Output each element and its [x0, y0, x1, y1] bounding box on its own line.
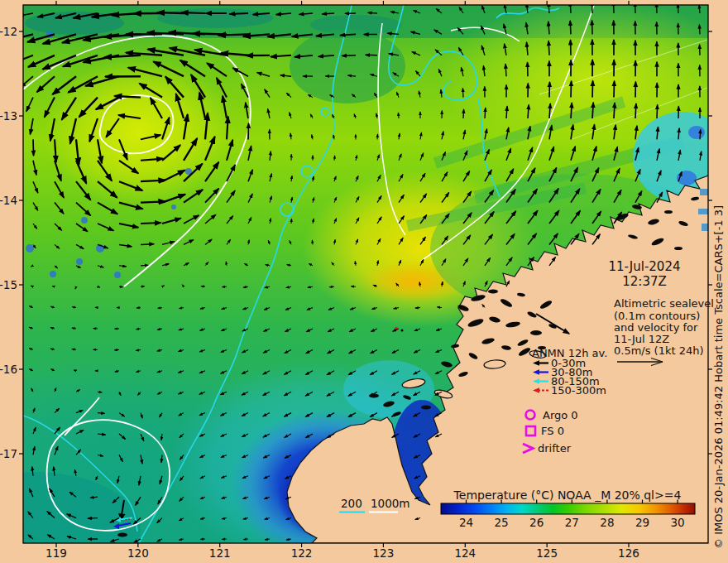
current-arrow — [158, 308, 162, 309]
islet — [530, 330, 542, 335]
current-arrow — [570, 21, 571, 34]
current-arrow — [398, 113, 399, 118]
x-tick-label: 119 — [46, 546, 67, 560]
current-arrow — [312, 240, 313, 244]
isobath-legend: 200 1000m — [339, 497, 410, 512]
current-arrow — [141, 244, 154, 245]
y-tick-label: -17 — [0, 447, 17, 460]
fs-label: FS 0 — [541, 425, 564, 437]
current-arrow — [157, 12, 184, 13]
current-arrow — [141, 180, 165, 182]
y-tick-label: -15 — [0, 278, 17, 291]
current-arrow — [505, 64, 506, 76]
colorbar-tick-label: 26 — [529, 516, 544, 529]
alti-line-1: Altimetric sealevel — [614, 297, 714, 310]
current-arrow — [329, 286, 334, 287]
current-arrow — [614, 81, 615, 98]
colorbar-tick-label: 25 — [495, 516, 509, 529]
imos-ocean-current-map: 119120121122123124125126-12-13-14-15-16-… — [0, 0, 728, 563]
colorbar-title: Temperature (°C) NOAA _M 20% ql>=4 — [453, 488, 682, 502]
islet — [117, 533, 127, 537]
current-arrow — [614, 103, 615, 118]
isobath-1000-label: 1000m — [371, 497, 410, 510]
colorbar-tick-label: 30 — [671, 516, 685, 529]
colorbar-tick-label: 28 — [600, 516, 614, 529]
current-arrow — [88, 518, 98, 519]
x-tick-label: 123 — [373, 546, 395, 560]
alti-line-5: 0.5m/s (1kt 24h) — [614, 344, 704, 357]
colorbar-tick-label: 27 — [565, 516, 579, 529]
colorbar-gradient — [441, 503, 695, 514]
current-arrow — [548, 41, 549, 55]
colorbar-tick-label: 24 — [459, 516, 473, 529]
current-arrow — [193, 34, 227, 35]
current-arrow — [322, 13, 334, 14]
current-arrow — [114, 96, 141, 98]
current-arrow — [368, 12, 377, 13]
current-arrow — [114, 349, 119, 350]
current-arrow — [699, 25, 700, 35]
x-tick-label: 121 — [209, 546, 231, 560]
x-tick-label: 122 — [291, 546, 313, 560]
map-time: 12:37Z — [622, 274, 667, 289]
x-tick-label: 120 — [127, 546, 149, 560]
isobath-200-label: 200 — [341, 497, 362, 510]
current-arrow — [485, 108, 486, 118]
current-arrow — [571, 81, 572, 98]
islet — [674, 247, 682, 250]
current-arrow — [33, 139, 34, 156]
current-arrow — [657, 104, 658, 118]
current-arrow — [592, 2, 592, 13]
map-date: 11-Jul-2024 — [608, 259, 680, 274]
y-tick-label: -14 — [0, 194, 17, 207]
anmn-depth-label: 150-300m — [551, 384, 606, 397]
current-arrow — [141, 265, 148, 266]
current-arrow — [52, 286, 55, 287]
islet — [664, 210, 673, 214]
current-arrow — [291, 219, 292, 224]
current-arrow — [98, 392, 102, 392]
alti-line-4: 11-Jul 12Z — [614, 333, 669, 345]
current-arrow — [141, 286, 145, 287]
current-arrow — [570, 2, 571, 13]
current-arrow — [141, 201, 165, 202]
alti-line-2: (0.1m contours) — [614, 310, 700, 322]
current-arrow — [592, 80, 593, 97]
current-arrow — [248, 123, 249, 140]
argo-label: Argo 0 — [543, 409, 578, 421]
y-tick-label: -12 — [0, 25, 17, 38]
current-arrow — [201, 286, 205, 287]
current-arrow — [700, 129, 701, 139]
x-tick-label: 124 — [454, 546, 476, 560]
current-arrow — [699, 5, 700, 13]
drifter-label: drifter — [538, 442, 572, 455]
current-arrow — [342, 55, 356, 56]
current-arrow — [506, 106, 507, 118]
y-tick-label: -16 — [0, 363, 17, 376]
current-arrow — [181, 12, 205, 13]
current-arrow — [463, 109, 464, 118]
current-arrow — [98, 413, 105, 414]
current-arrow — [218, 34, 248, 35]
islet — [488, 290, 498, 294]
current-arrow — [592, 103, 593, 118]
current-arrow — [635, 103, 636, 118]
y-tick-label: -13 — [0, 109, 17, 123]
x-tick-label: 126 — [618, 546, 639, 560]
x-tick-label: 125 — [536, 546, 558, 560]
current-arrow — [229, 13, 248, 14]
islet — [421, 406, 431, 410]
map-interior — [0, 0, 728, 563]
current-arrow — [462, 88, 463, 97]
map-canvas: 119120121122123124125126-12-13-14-15-16-… — [0, 0, 728, 563]
current-arrow — [377, 134, 378, 140]
credit-line: © IMOS 20-Jan-2026 01:49:42 Hobart time … — [712, 205, 725, 549]
current-arrow — [141, 223, 161, 224]
current-arrow — [243, 539, 248, 540]
colorbar-tick-label: 29 — [635, 516, 649, 529]
alti-line-3: and velocity for — [614, 321, 698, 334]
